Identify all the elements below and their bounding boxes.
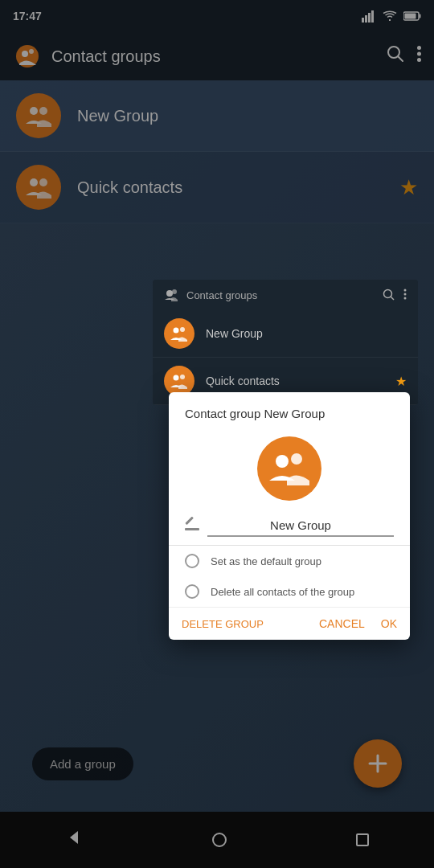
group-name-input[interactable] [207,515,394,537]
mini-background-card: Contact groups New Group [153,280,418,405]
svg-point-25 [404,289,407,292]
mini-header-icons [383,289,407,301]
ok-button[interactable]: OK [381,617,397,630]
svg-rect-35 [185,517,194,525]
mini-item-label: New Group [206,327,263,340]
svg-point-29 [180,327,185,332]
svg-point-22 [172,289,177,294]
delete-contacts-checkbox[interactable] [185,584,199,599]
svg-point-27 [404,297,407,300]
delete-contacts-row[interactable]: Delete all contacts of the group [169,576,410,607]
svg-point-26 [404,293,407,296]
mini-more-icon [403,289,407,300]
svg-line-24 [391,297,394,300]
svg-point-33 [291,453,302,465]
dialog-title: Contact group New Group [169,392,410,428]
set-default-checkbox[interactable] [185,554,199,568]
svg-point-30 [174,375,179,381]
mini-star-icon: ★ [395,374,407,389]
svg-point-32 [276,455,289,468]
mini-search-icon [383,289,395,301]
dialog-input-row [169,512,410,546]
mini-header-left: Contact groups [164,288,257,302]
cancel-button[interactable]: CANCEL [319,617,365,630]
delete-contacts-label: Delete all contacts of the group [211,586,354,598]
svg-point-28 [174,328,179,334]
svg-point-21 [166,290,173,297]
svg-point-31 [180,375,185,379]
set-default-row[interactable]: Set as the default group [169,546,410,576]
dialog-group-avatar [257,436,321,501]
dialog-right-actions: CANCEL OK [319,617,397,630]
mini-card-header: Contact groups [153,280,418,310]
mini-item-label: Quick contacts [206,375,280,387]
contact-group-dialog: Contact group New Group Set as the defau… [169,392,410,640]
dialog-avatar-area [169,428,410,512]
mini-avatar [164,318,194,349]
mini-list-item: New Group [153,310,418,358]
edit-icon [185,517,199,535]
dialog-actions: DELETE GROUP CANCEL OK [169,608,410,640]
svg-rect-34 [185,528,199,530]
mini-card-title: Contact groups [186,289,257,301]
delete-group-button[interactable]: DELETE GROUP [182,618,264,630]
set-default-label: Set as the default group [211,555,321,567]
